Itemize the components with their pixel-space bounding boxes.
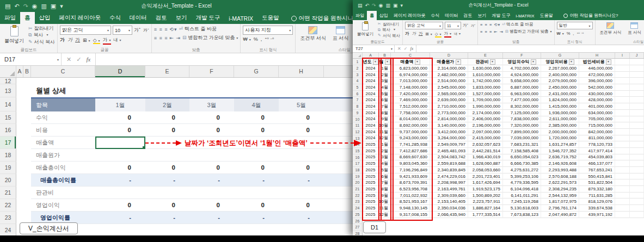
grid-cell[interactable]: 3,412,000,000 — [430, 129, 468, 135]
grid-cell[interactable]: 430,000,000 — [579, 91, 615, 97]
cancel-icon[interactable]: ✕ — [66, 56, 71, 63]
grid-cell[interactable] — [145, 187, 189, 199]
row-header-15[interactable]: 15 — [0, 111, 16, 124]
grid-cell[interactable]: 396,000,000 — [579, 78, 615, 84]
row-header-17[interactable]: 17 — [353, 160, 363, 167]
grid-cell[interactable] — [630, 65, 644, 72]
grid-cell[interactable]: 2,431,000,000 — [541, 91, 579, 97]
row-header-12[interactable]: 12 — [0, 78, 16, 84]
grid-cell[interactable]: 1,990,000,000 — [468, 103, 503, 110]
grid-cell[interactable]: 1,936,000,000 — [541, 110, 579, 116]
grid-cell[interactable]: 439,971,192 — [579, 212, 615, 218]
grid-cell[interactable]: 2025 — [363, 179, 379, 186]
grid-cell[interactable] — [615, 179, 630, 186]
grid-cell[interactable] — [234, 149, 279, 162]
grid-cell[interactable]: 0 — [189, 162, 234, 174]
grid-cell[interactable]: 2,385,000,000 — [541, 122, 579, 129]
grid-cell[interactable]: 7월 — [379, 179, 391, 186]
row-header-22[interactable]: 22 — [0, 199, 16, 212]
grid-cell[interactable]: 2,570,608,188 — [541, 173, 579, 180]
grid-cell[interactable] — [630, 179, 644, 186]
grid-cell[interactable] — [324, 212, 353, 224]
wrap-text-button[interactable]: ⏎ 텍스트 줄 바꿈 — [179, 26, 217, 33]
row-header-27[interactable]: 27 — [353, 224, 363, 231]
grid-cell[interactable]: 1,919,523,175 — [468, 186, 503, 193]
grid-cell[interactable]: 11월 — [379, 205, 391, 212]
table-header-매출원가[interactable]: 매출원가▼ — [430, 59, 468, 65]
row-label[interactable]: 매출총이익률 — [31, 174, 95, 187]
row-header-2[interactable]: 2 — [353, 65, 363, 72]
grid-cell[interactable]: 7월 — [379, 103, 391, 110]
row-header-1[interactable]: 1 — [353, 59, 363, 65]
grid-cell[interactable]: 531,822,504 — [579, 179, 615, 186]
grid-cell[interactable]: 1,742,000,000 — [468, 78, 503, 84]
grid-cell[interactable] — [630, 193, 644, 199]
grid-cell[interactable]: 2,223,757,911 — [468, 198, 503, 205]
ribbon-tab-도움말[interactable]: 도움말 — [257, 12, 284, 24]
grid-cell[interactable] — [630, 198, 644, 205]
column-header-C[interactable]: C — [31, 66, 95, 77]
column-header-C[interactable]: C — [391, 53, 430, 58]
grid-cell[interactable] — [95, 149, 145, 162]
align-top-icons[interactable]: ≡ ≡ ≡ — [480, 22, 492, 27]
row-label[interactable]: 영업이익 — [31, 199, 95, 212]
column-header-F[interactable]: F — [189, 66, 234, 77]
grid-cell[interactable]: 2025 — [363, 186, 379, 193]
grid-cell[interactable] — [615, 186, 630, 193]
row-header-19[interactable]: 19 — [0, 162, 16, 174]
grid-cell[interactable]: 811,000,000 — [579, 135, 615, 142]
orientation-icon[interactable]: ⟲▾ — [170, 27, 177, 32]
grid-cell[interactable] — [630, 160, 644, 167]
copy-button[interactable]: ⧉복사▾ — [378, 27, 400, 32]
grid-cell[interactable]: 0 — [234, 124, 279, 136]
grid-cell[interactable]: 5,658,000,000 — [503, 78, 541, 84]
font-size-select[interactable]: 11▾ — [445, 22, 461, 29]
grid-cell[interactable]: 2,058,053,660 — [468, 167, 503, 173]
grid-cell[interactable] — [615, 212, 630, 218]
save-icon[interactable]: ▤ — [358, 3, 363, 8]
orientation-icon[interactable]: ⟲▾ — [494, 22, 500, 27]
row-header-14[interactable]: 14 — [353, 141, 363, 148]
grid-cell[interactable] — [279, 149, 324, 162]
grid-cell[interactable] — [279, 136, 324, 149]
grid-cell[interactable]: 5,130,618,003 — [503, 205, 541, 212]
grid-cell[interactable]: 2025 — [363, 173, 379, 180]
grid-cell[interactable]: 0 — [95, 124, 145, 136]
column-header-A[interactable]: A — [363, 53, 379, 58]
grid-cell[interactable]: 1,500,869,202 — [468, 193, 503, 199]
grid-cell[interactable] — [189, 136, 234, 149]
phonetic-button[interactable]: 내▾ — [454, 32, 461, 36]
select-all-corner[interactable] — [0, 66, 16, 77]
grid-cell[interactable]: 2025 — [363, 141, 379, 148]
sheet-tab-right[interactable]: D1 — [363, 221, 386, 233]
row-label[interactable]: 비용 — [31, 124, 95, 136]
row-header-26[interactable]: 26 — [353, 218, 363, 225]
column-header-B[interactable]: B — [379, 53, 391, 58]
grid-cell[interactable]: 11월 — [379, 129, 391, 135]
grid-cell[interactable]: 1,628,060,887 — [468, 160, 503, 167]
grid-cell[interactable]: 8,014,000,000 — [391, 116, 430, 123]
grid-cell[interactable]: 2025 — [363, 205, 379, 212]
grid-cell[interactable]: 4월 — [379, 160, 391, 167]
ribbon-tab-홈[interactable]: 홈 — [20, 12, 35, 24]
grid-cell[interactable]: 2,549,009,797 — [430, 141, 468, 148]
grid-cell[interactable]: 2,153,140,405 — [430, 198, 468, 205]
merge-center-button[interactable]: ⊟ 병합하고 가운데 맞춤▾ — [505, 29, 552, 34]
grid-cell[interactable]: 2,632,057,623 — [468, 141, 503, 148]
ribbon-tab-도움말[interactable]: 도움말 — [537, 11, 556, 20]
name-box[interactable]: D17▾ — [0, 53, 62, 65]
grid-cell[interactable]: 4,924,000,000 — [503, 72, 541, 78]
grid-cell[interactable] — [630, 103, 644, 110]
grid-cell[interactable]: 8,673,709,391 — [391, 179, 430, 186]
row-header-3[interactable]: 3 — [353, 72, 363, 78]
grid-cell[interactable] — [324, 162, 353, 174]
grid-cell[interactable] — [630, 84, 644, 91]
formula-input[interactable] — [416, 45, 644, 52]
row-label[interactable]: 판관비 — [31, 187, 95, 199]
row-header-4[interactable]: 4 — [353, 78, 363, 84]
grid-cell[interactable]: 466,137,077 — [579, 160, 615, 167]
grid-cell[interactable]: 7,683,231,321 — [503, 141, 541, 148]
decimal-icons[interactable]: ⁺⁰ ⁻⁰ — [265, 37, 274, 42]
preview-icon[interactable]: ▥ — [41, 3, 46, 9]
grid-cell[interactable]: 634,000,000 — [579, 110, 615, 116]
